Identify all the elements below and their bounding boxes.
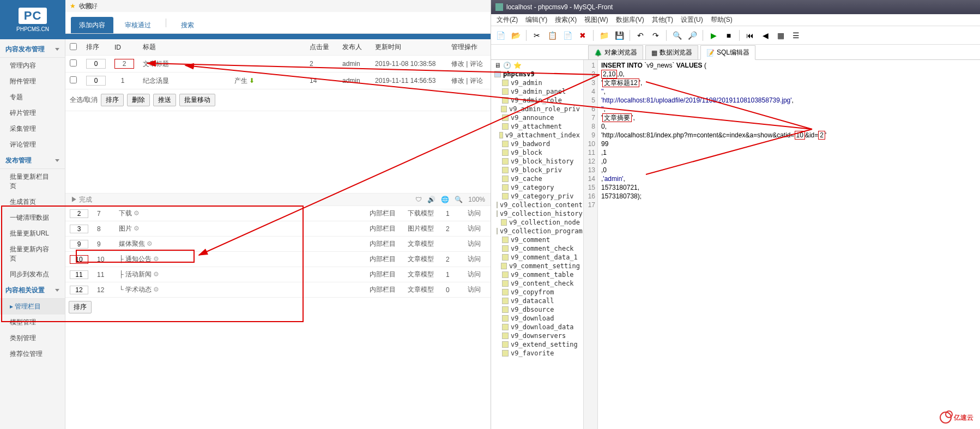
stop-icon[interactable]: ■ [723,29,735,41]
push-button[interactable]: 推送 [153,94,176,106]
cat-act[interactable]: 访问 [463,237,491,252]
sidebar-item-sync[interactable]: 同步到发布点 [0,267,65,282]
tree-table[interactable]: v9_comment_table [492,270,582,279]
row-ops[interactable]: 修改 | 评论 [447,56,491,72]
tree-table[interactable]: v9_download [492,314,582,323]
tree-table[interactable]: v9_attachment [492,122,582,131]
tree-table[interactable]: v9_content_check [492,279,582,288]
row-checkbox[interactable] [70,59,77,67]
cut-icon[interactable]: ✂ [531,29,543,41]
sidebar-item-type[interactable]: 类别管理 [0,330,65,346]
cat-act[interactable]: 访问 [463,282,491,298]
gear-icon[interactable]: ⚙ [153,255,159,263]
sidebar-item-batch-cat[interactable]: 批量更新栏目页 [0,169,65,194]
tree-table[interactable]: v9_category_priv [492,192,582,201]
menu-item[interactable]: 编辑(Y) [522,14,551,26]
tree-table[interactable]: v9_admin_role_priv [492,105,582,113]
undo-icon[interactable]: ↶ [634,29,646,41]
sidebar-item-onekey-clean[interactable]: 一键清理数据 [0,210,65,226]
tree-table[interactable]: v9_favorite [492,349,582,358]
menu-item[interactable]: 设置(U) [677,14,706,26]
paste-icon[interactable]: 📄 [561,29,573,41]
cat-act[interactable]: 访问 [463,206,491,221]
tab-data-browser[interactable]: ▦数据浏览器 [645,45,698,59]
folder-icon[interactable]: 📁 [598,29,610,41]
checkbox-all[interactable] [70,43,77,50]
tree-table[interactable]: v9_block_priv [492,166,582,174]
approve-button[interactable]: 审核通过 [117,17,159,33]
tree-table[interactable]: v9_block_history [492,157,582,166]
sidebar-group-settings[interactable]: 内容相关设置 [0,282,65,299]
prev-icon[interactable]: ◀ [759,29,771,41]
cat-name[interactable]: 媒体聚焦 ⚙ [114,237,365,252]
cat-sort-input[interactable] [70,286,88,294]
cat-name[interactable]: 下载 ⚙ [114,206,365,221]
tree-table[interactable]: v9_announce [492,113,582,122]
db-tree[interactable]: 🖥🕐⭐phpcmsv9v9_adminv9_admin_panelv9_admi… [491,60,584,429]
menu-item[interactable]: 文件(Z) [493,14,521,26]
tree-table[interactable]: v9_extend_setting [492,340,582,349]
cat-name[interactable]: 图片 ⚙ [114,221,365,237]
new-icon[interactable]: 📄 [494,29,506,41]
sidebar-group-publish[interactable]: 发布管理 [0,153,65,169]
find-next-icon[interactable]: 🔎 [686,29,698,41]
sidebar-item-manage-category[interactable]: 管理栏目 [0,299,65,315]
tree-table[interactable]: v9_downservers [492,331,582,340]
tree-table[interactable]: v9_collection_node [492,218,582,227]
sidebar-item-batch-url[interactable]: 批量更新URL [0,226,65,241]
sidebar-item-comments[interactable]: 评论管理 [0,137,65,153]
tab-sql-editor[interactable]: 📝SQL编辑器 [700,45,755,60]
sidebar-item-position[interactable]: 推荐位管理 [0,346,65,362]
sidebar-item-manage-content[interactable]: 管理内容 [0,58,65,74]
cat-sort-input[interactable] [70,270,88,279]
copy-icon[interactable]: 📋 [546,29,558,41]
cat-sort-input[interactable] [70,209,88,218]
sidebar-item-gen-home[interactable]: 生成首页 [0,194,65,210]
save-icon[interactable]: 💾 [613,29,625,41]
cat-sort-input[interactable] [70,255,88,264]
sidebar-item-batch-content[interactable]: 批量更新内容页 [0,241,65,267]
row-ops[interactable]: 修改 | 评论 [447,72,491,89]
tree-table[interactable]: v9_copyfrom [492,288,582,297]
select-all-label[interactable]: 全选/取消 [70,95,98,105]
gear-icon[interactable]: ⚙ [134,225,140,232]
tree-table[interactable]: v9_admin_role [492,96,582,105]
row-title[interactable]: 文章标题 [138,56,305,72]
delete-icon[interactable]: ✖ [577,29,589,41]
sidebar-item-model[interactable]: 模型管理 [0,315,65,330]
tab-object-browser[interactable]: 🌲对象浏览器 [588,45,643,59]
menu-item[interactable]: 数据库(V) [613,14,648,26]
tree-table[interactable]: v9_collection_content [492,201,582,209]
tree-table[interactable]: v9_dbsource [492,305,582,314]
sidebar-item-attachments[interactable]: 附件管理 [0,74,65,89]
sql-editor[interactable]: 1234567891011121314151617 INSERT INTO `v… [584,60,980,429]
cat-act[interactable]: 访问 [463,221,491,237]
tree-db-root[interactable]: phpcmsv9 [492,70,582,78]
search-button[interactable]: 搜索 [173,17,202,33]
tree-table[interactable]: v9_cache [492,174,582,183]
menu-item[interactable]: 帮助(S) [707,14,736,26]
cat-act[interactable]: 访问 [463,267,491,282]
open-icon[interactable]: 📂 [510,29,522,41]
menu-item[interactable]: 其他(T) [649,14,676,26]
cat-sort-input[interactable] [70,225,88,233]
gear-icon[interactable]: ⚙ [153,286,159,293]
tree-table[interactable]: v9_comment [492,235,582,244]
tree-table[interactable]: v9_download_data [492,323,582,331]
tree-table[interactable]: v9_datacall [492,297,582,305]
sort-button[interactable]: 排序 [101,94,124,106]
tree-table[interactable]: v9_admin [492,78,582,87]
move-button[interactable]: 批量移动 [179,94,215,106]
run-icon[interactable]: ▶ [707,29,719,41]
sort-input[interactable] [86,76,106,86]
row-checkbox[interactable] [70,76,77,83]
gear-icon[interactable]: ⚙ [153,270,159,278]
cat-name[interactable]: ├ 通知公告 ⚙ [114,252,365,267]
sidebar-group-content[interactable]: 内容发布管理 [0,41,65,58]
gear-icon[interactable]: ⚙ [147,240,153,247]
delete-button[interactable]: 删除 [127,94,150,106]
tree-table[interactable]: v9_attachment_index [492,131,582,140]
tree-table[interactable]: v9_category [492,183,582,192]
sort-input[interactable] [86,59,106,69]
gear-icon[interactable]: ⚙ [134,209,140,217]
